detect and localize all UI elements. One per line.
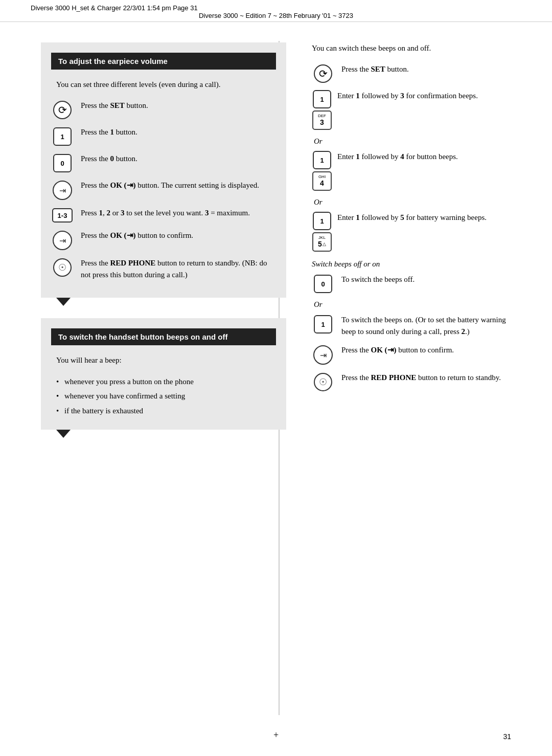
section-beeps-title: To switch the handset button beeps on an… — [51, 328, 276, 345]
r-key1a-icon: 1 — [313, 90, 331, 108]
step-13-earpiece: 1-3 Press 1, 2 or 3 to set the level you… — [51, 207, 276, 223]
step-13-earpiece-text: Press 1, 2 or 3 to set the level you wan… — [81, 207, 276, 219]
step-ok2-earpiece-text: Press the OK (⇥) button to confirm. — [81, 230, 276, 241]
header-line1: Diverse 3000 H_set & Charger 22/3/01 1:5… — [31, 4, 198, 12]
step-ok1-earpiece: ⇥ Press the OK (⇥) button. The current s… — [51, 180, 276, 200]
key1-icon: 1 — [53, 127, 72, 146]
step-ok2-earpiece: ⇥ Press the OK (⇥) button to confirm. — [51, 230, 276, 250]
bullet-3: if the battery is exhausted — [56, 405, 271, 417]
right-intro: You can switch these beeps on and off. — [312, 42, 521, 54]
beeps-intro: You will hear a beep: — [51, 354, 276, 375]
section-earpiece-title: To adjust the earpiece volume — [51, 53, 276, 70]
set-icon-cell: ⟳ — [51, 100, 74, 119]
r-step-set-text: Press the SET button. — [341, 63, 521, 75]
r-red-icon: ☉ — [314, 373, 332, 391]
key13-icon: 1-3 — [52, 208, 73, 223]
r-key1c-icon: 1 — [313, 212, 331, 230]
page-number: 31 — [503, 732, 511, 741]
r-step-red: ☉ Press the RED PHONE button to return t… — [312, 372, 521, 391]
r-key0-icon: 0 — [314, 275, 332, 293]
page-header: Diverse 3000 H_set & Charger 22/3/01 1:5… — [0, 0, 552, 22]
r-key1d-cell: 1 — [312, 314, 334, 333]
r-set-cell: ⟳ — [312, 63, 334, 83]
step-1-earpiece-text: Press the 1 button. — [81, 126, 276, 138]
bullet-1: whenever you press a button on the phone — [56, 376, 271, 388]
r-or1: Or — [312, 137, 521, 146]
r-step-1: 1 To switch the beeps on. (Or to set the… — [312, 314, 521, 337]
step-1-earpiece: 1 Press the 1 button. — [51, 126, 276, 146]
ok2-icon: ⇥ — [53, 231, 72, 250]
r-key0-cell: 0 — [312, 274, 334, 293]
r-red-cell: ☉ — [312, 372, 334, 391]
r-set-icon: ⟳ — [314, 64, 332, 83]
r-step-jkl5-text: Enter 1 followed by 5 for battery warnin… — [337, 212, 521, 224]
header-line2: Diverse 3000 ~ Edition 7 ~ 28th February… — [31, 12, 521, 19]
r-def3-icon: DEF 3 — [312, 110, 332, 130]
r-step-0: 0 To switch the beeps off. — [312, 274, 521, 293]
r-step-ok: ⇥ Press the OK (⇥) button to confirm. — [312, 344, 521, 365]
bullet-2: whenever you have confirmed a setting — [56, 390, 271, 402]
step-0-earpiece-text: Press the 0 button. — [81, 153, 276, 165]
key1-cell: 1 — [51, 126, 74, 146]
ok1-cell: ⇥ — [51, 180, 74, 200]
red1-icon: ☉ — [53, 258, 72, 277]
bottom-cross: + — [273, 730, 279, 741]
section-arrow — [56, 298, 71, 306]
right-step-set: ⟳ Press the SET button. — [312, 63, 521, 83]
r-or2: Or — [312, 198, 521, 207]
r-step-0-text: To switch the beeps off. — [341, 274, 521, 285]
step-ok1-earpiece-text: Press the OK (⇥) button. The current set… — [81, 180, 276, 191]
r-ok-cell: ⇥ — [312, 344, 334, 365]
left-column: To adjust the earpiece volume You can se… — [41, 42, 286, 445]
ok2-cell: ⇥ — [51, 230, 74, 250]
ok1-icon: ⇥ — [53, 181, 72, 200]
section-earpiece-volume: To adjust the earpiece volume You can se… — [41, 42, 286, 298]
section2-arrow — [56, 430, 71, 438]
r-or3: Or — [312, 300, 521, 309]
step-set-earpiece: ⟳ Press the SET button. — [51, 100, 276, 119]
section-handset-beeps: To switch the handset button beeps on an… — [41, 318, 286, 430]
r-ok-icon: ⇥ — [313, 345, 333, 365]
r-step-ok-text: Press the OK (⇥) button to confirm. — [341, 344, 521, 356]
earpiece-intro: You can set three different levels (even… — [51, 79, 276, 100]
r-jkl5-icon: JKL 5 △ — [312, 232, 332, 252]
switch-beeps-title: Switch beeps off or on — [312, 260, 521, 269]
r-key1d-icon: 1 — [314, 315, 332, 333]
r-key1b-icon: 1 — [313, 151, 331, 169]
r-step-ghi4-text: Enter 1 followed by 4 for button beeps. — [337, 151, 521, 163]
r-step-red-text: Press the RED PHONE button to return to … — [341, 372, 521, 384]
step-red1-earpiece-text: Press the RED PHONE button to return to … — [81, 257, 276, 280]
r-step-def3-text: Enter 1 followed by 3 for confirmation b… — [337, 90, 521, 102]
step-0-earpiece: 0 Press the 0 button. — [51, 153, 276, 172]
key0-icon: 0 — [53, 154, 72, 172]
step-set-earpiece-text: Press the SET button. — [81, 100, 276, 112]
red1-cell: ☉ — [51, 257, 74, 277]
set-symbol: ⟳ — [58, 104, 67, 116]
r-step-1-text: To switch the beeps on. (Or to set the b… — [341, 314, 521, 337]
right-column: You can switch these beeps on and off. ⟳… — [302, 42, 521, 445]
r-ghi4-icon: GHI 4 — [312, 171, 332, 191]
key0-cell: 0 — [51, 153, 74, 172]
set-button-icon: ⟳ — [53, 101, 72, 119]
step-red1-earpiece: ☉ Press the RED PHONE button to return t… — [51, 257, 276, 280]
key13-cell: 1-3 — [51, 207, 74, 223]
beeps-bullet-list: whenever you press a button on the phone… — [51, 376, 276, 417]
